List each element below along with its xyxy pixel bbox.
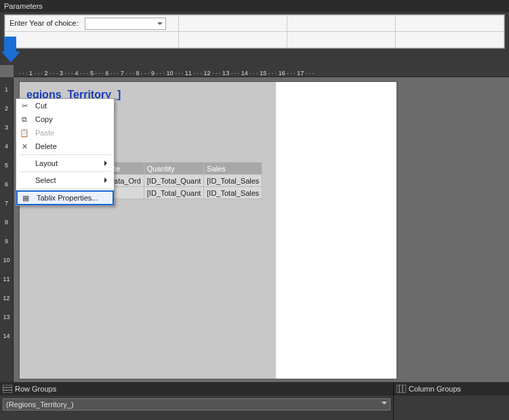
delete-icon: ✕ [19,142,30,151]
column-groups-panel [393,396,509,420]
context-menu: ✂ Cut ⧉ Copy 📋 Paste ✕ Delete [16,98,115,206]
horizontal-ruler: · · · 1 · · · 2 · · · 3 · · · 4 · · · 5 … [14,65,509,77]
parameters-grid: Enter Year of choice: [4,14,505,49]
parameters-panel-header: Parameters [0,0,509,12]
col-header-qty[interactable]: Quantity [144,163,204,175]
ctx-separator-2 [19,171,111,172]
design-surface: · · · 1 · · · 2 · · · 3 · · · 4 · · · 5 … [0,65,509,382]
param-cell-empty-3 [396,16,504,32]
svg-rect-3 [396,385,406,393]
cell-sales-total[interactable]: [ID_Total_Sales [204,187,262,199]
groups-header-bar: Row Groups Column Groups [0,382,509,396]
row-groups-panel: (Regions_Territory_) [0,396,393,420]
param-cell-empty-2 [287,16,396,32]
ctx-copy[interactable]: ⧉ Copy [16,112,114,126]
svg-rect-0 [3,385,12,393]
param-cell-empty-4 [5,32,179,48]
ruler-h-marks: · · · 1 · · · 2 · · · 3 · · · 4 · · · 5 … [19,70,314,77]
blank-icon [19,159,30,168]
ctx-separator-1 [19,154,111,155]
col-header-sales[interactable]: Sales [204,163,262,175]
row-groups-title: Row Groups [15,385,56,393]
column-groups-title: Column Groups [409,385,461,393]
ctx-cut[interactable]: ✂ Cut [16,99,114,112]
chevron-down-icon[interactable] [382,402,387,407]
paste-icon: 📋 [19,128,30,138]
param-cell-empty-6 [287,32,396,48]
ctx-select[interactable]: Select [16,173,114,187]
canvas[interactable]: egions_Territory_] n your total sales of… [14,77,509,382]
blank-icon [19,175,30,185]
param-cell-empty-1 [179,16,287,32]
chevron-right-icon [104,177,110,183]
page-white-area [276,82,396,379]
chevron-right-icon [104,161,110,166]
column-groups-icon [396,385,406,393]
annotation-arrow [1,37,19,64]
ctx-layout[interactable]: Layout [16,156,114,170]
param-cell-empty-7 [396,32,504,48]
report-page[interactable]: egions_Territory_] n your total sales of… [19,81,397,379]
cell-qty[interactable]: [ID_Total_Quant [144,175,204,187]
vertical-ruler: 1 2 3 4 5 6 7 8 9 10 11 12 13 14 [0,77,14,382]
properties-icon: ▦ [20,193,31,203]
row-group-item[interactable]: (Regions_Territory_) [3,398,390,411]
param-cell-empty-5 [179,32,287,48]
ctx-delete[interactable]: ✕ Delete [16,140,114,153]
parameter-label: Enter Year of choice: [9,18,79,26]
ctx-separator-3 [19,188,111,189]
row-group-item-label: (Regions_Territory_) [6,400,74,408]
ctx-tablix-properties[interactable]: ▦ Tablix Properties... [16,190,114,205]
copy-icon: ⧉ [19,114,30,124]
row-groups-icon [3,385,12,393]
parameters-title: Parameters [4,2,43,10]
cell-sales[interactable]: [ID_Total_Sales [204,175,262,187]
scissors-icon: ✂ [19,101,30,110]
year-combo[interactable] [85,18,166,30]
cell-qty-total[interactable]: [ID_Total_Quant [144,187,204,199]
ctx-paste: 📋 Paste [16,126,114,140]
